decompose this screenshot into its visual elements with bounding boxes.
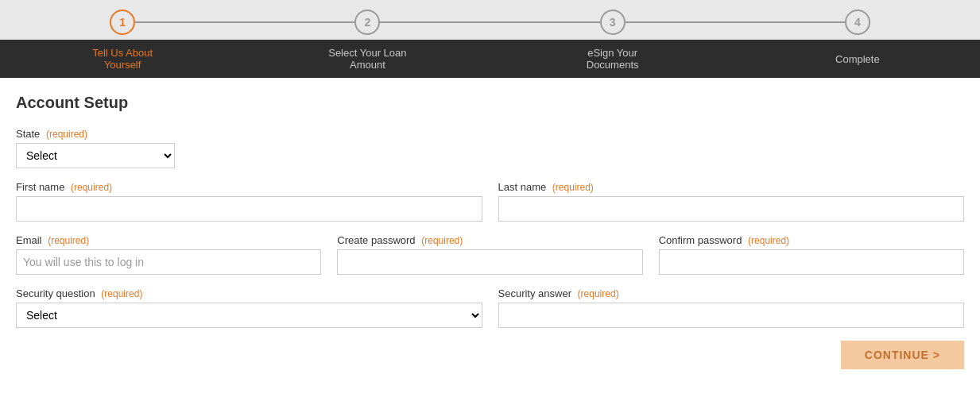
- step-1-circle: 1: [110, 10, 135, 35]
- confirm-password-group: Confirm password (required): [659, 234, 964, 275]
- step-1: 1 Tell Us AboutYourself: [0, 0, 245, 78]
- main-content: Account Setup State (required) Select Al…: [0, 78, 980, 385]
- section-title: Account Setup: [16, 94, 964, 112]
- confirm-password-required: (required): [748, 235, 789, 246]
- security-question-label: Security question: [16, 287, 95, 299]
- email-required: (required): [48, 235, 89, 246]
- security-answer-group: Security answer (required): [498, 287, 965, 328]
- email-group: Email (required): [16, 234, 321, 275]
- first-name-group: First name (required): [16, 181, 482, 222]
- state-group: State (required) Select AlabamaAlaskaAri…: [16, 128, 964, 168]
- create-password-group: Create password (required): [337, 234, 642, 275]
- last-name-label: Last name: [498, 181, 547, 193]
- create-password-input[interactable]: [337, 249, 642, 275]
- step-3: 3 eSign YourDocuments: [490, 0, 735, 78]
- first-name-input[interactable]: [16, 196, 482, 222]
- confirm-password-label: Confirm password: [659, 234, 742, 246]
- security-question-select[interactable]: Select What is your mother's maiden name…: [16, 303, 482, 328]
- last-name-required: (required): [552, 182, 594, 193]
- last-name-group: Last name (required): [498, 181, 965, 222]
- step-3-label: eSign YourDocuments: [490, 40, 735, 78]
- step-2-label: Select Your LoanAmount: [245, 40, 490, 78]
- continue-button[interactable]: CONTINUE >: [841, 341, 964, 369]
- create-password-required: (required): [421, 235, 463, 246]
- step-4-circle: 4: [845, 10, 870, 35]
- security-question-required: (required): [101, 288, 142, 299]
- security-question-group: Security question (required) Select What…: [16, 287, 482, 328]
- security-answer-input[interactable]: [498, 303, 965, 328]
- confirm-password-input[interactable]: [659, 249, 964, 275]
- create-password-label: Create password: [337, 234, 415, 246]
- email-input[interactable]: [16, 249, 321, 275]
- state-required: (required): [46, 129, 87, 140]
- step-4-label: Complete: [735, 40, 980, 78]
- progress-bar: 1 Tell Us AboutYourself 2 Select Your Lo…: [0, 0, 980, 78]
- security-row: Security question (required) Select What…: [16, 287, 964, 328]
- step-4: 4 Complete: [735, 0, 980, 78]
- email-label: Email: [16, 234, 42, 246]
- step-2-circle: 2: [354, 10, 380, 35]
- first-name-required: (required): [71, 182, 112, 193]
- security-answer-label: Security answer: [498, 287, 571, 299]
- name-row: First name (required) Last name (require…: [16, 181, 964, 222]
- state-select[interactable]: Select AlabamaAlaskaArizona ArkansasCali…: [16, 143, 175, 168]
- step-2: 2 Select Your LoanAmount: [245, 0, 490, 78]
- state-label: State: [16, 128, 40, 140]
- step-1-label: Tell Us AboutYourself: [0, 40, 245, 78]
- password-row: Email (required) Create password (requir…: [16, 234, 964, 275]
- continue-row: CONTINUE >: [16, 341, 964, 369]
- first-name-label: First name: [16, 181, 64, 193]
- security-answer-required: (required): [578, 288, 619, 299]
- last-name-input[interactable]: [498, 196, 965, 222]
- step-3-circle: 3: [600, 10, 626, 35]
